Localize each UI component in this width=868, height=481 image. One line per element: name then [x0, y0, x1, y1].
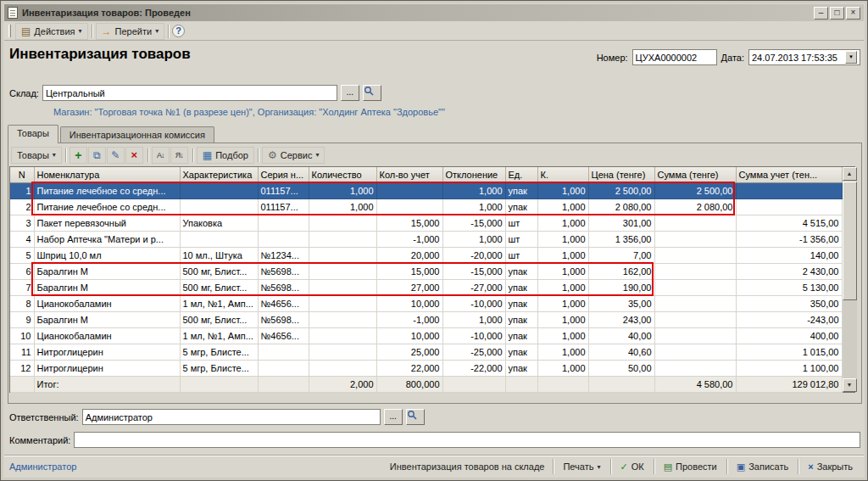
table-cell[interactable]: упак	[505, 182, 537, 199]
scrollbar-thumb[interactable]	[843, 182, 857, 300]
table-cell[interactable]: -15,000	[442, 263, 505, 279]
add-row-button[interactable]: +	[70, 147, 87, 164]
table-cell[interactable]: Питание лечебное со средн...	[34, 182, 180, 199]
table-cell[interactable]: 12	[10, 360, 34, 376]
table-cell[interactable]: №4656...	[258, 327, 309, 344]
warehouse-open-button[interactable]	[363, 85, 381, 101]
scrollbar-track[interactable]	[843, 300, 857, 378]
table-cell[interactable]	[309, 279, 376, 295]
column-header[interactable]: Характеристика	[180, 167, 258, 182]
table-cell[interactable]: 10 мл., Штука	[180, 247, 258, 263]
table-cell[interactable]: -25,000	[442, 344, 505, 360]
column-header[interactable]: Отклонение	[442, 167, 505, 182]
table-cell[interactable]: 1,000	[442, 199, 505, 215]
table-cell[interactable]: 1,000	[537, 215, 588, 231]
table-row[interactable]: 2Питание лечебное со средн...011157...1,…	[10, 199, 842, 215]
table-cell[interactable]	[180, 231, 258, 247]
table-cell[interactable]	[654, 344, 736, 360]
table-cell[interactable]: -27,000	[442, 279, 505, 295]
table-cell[interactable]	[654, 247, 736, 263]
responsible-open-button[interactable]	[406, 409, 425, 425]
table-row[interactable]: 1Питание лечебное со средн...011157...1,…	[10, 182, 842, 199]
number-field[interactable]: ЦУХА0000002	[632, 49, 717, 65]
table-cell[interactable]: шт	[505, 215, 537, 231]
edit-row-button[interactable]: ✎	[107, 147, 125, 164]
table-cell[interactable]: 1,000	[442, 182, 505, 199]
table-cell[interactable]	[309, 327, 376, 344]
comment-field[interactable]	[74, 432, 860, 448]
table-cell[interactable]	[180, 199, 258, 215]
table-cell[interactable]: №1234...	[258, 247, 309, 263]
table-cell[interactable]: шт	[505, 247, 537, 263]
table-cell[interactable]: №5698...	[258, 279, 309, 295]
table-cell[interactable]: 7	[10, 279, 34, 295]
column-header[interactable]: Ед.	[505, 167, 537, 182]
table-cell[interactable]: 1 мл, №1, Амп...	[180, 327, 258, 344]
column-header[interactable]: К.	[537, 167, 588, 182]
table-cell[interactable]: Нитроглицерин	[34, 360, 180, 376]
sort-ascending-button[interactable]: А↓	[152, 147, 170, 164]
table-cell[interactable]: Баралгин М	[34, 311, 180, 327]
date-field[interactable]: 24.07.2013 17:53:35 ▾	[748, 49, 860, 65]
column-header[interactable]: Сумма учет (тен...	[736, 167, 842, 182]
table-cell[interactable]	[309, 295, 376, 311]
goto-menu-button[interactable]: → Перейти ▾	[96, 23, 165, 40]
table-cell[interactable]	[309, 263, 376, 279]
table-cell[interactable]: Цианокобаламин	[34, 327, 180, 344]
help-button[interactable]: ?	[172, 25, 185, 37]
ok-button[interactable]: ✓ ОК	[615, 458, 650, 476]
table-cell[interactable]	[258, 344, 309, 360]
table-cell[interactable]: 25,000	[376, 344, 442, 360]
table-cell[interactable]: 243,00	[588, 311, 654, 327]
responsible-ellipsis-button[interactable]: ...	[384, 409, 403, 425]
table-cell[interactable]: 10,000	[376, 327, 442, 344]
table-cell[interactable]: 500 мг, Блист...	[180, 263, 258, 279]
table-cell[interactable]: 500 мг, Блист...	[180, 279, 258, 295]
table-cell[interactable]: 011157...	[258, 182, 309, 199]
table-cell[interactable]: 15,000	[376, 263, 442, 279]
column-header[interactable]: Цена (тенге)	[588, 167, 654, 182]
table-cell[interactable]: 190,00	[588, 279, 654, 295]
table-cell[interactable]: 2	[10, 199, 34, 215]
table-cell[interactable]: 40,00	[588, 327, 654, 344]
table-cell[interactable]: 162,00	[588, 263, 654, 279]
maximize-button[interactable]: □	[830, 7, 844, 20]
table-cell[interactable]: упак	[505, 311, 537, 327]
table-cell[interactable]: 1,000	[442, 231, 505, 247]
table-cell[interactable]: 1,000	[537, 263, 588, 279]
table-cell[interactable]: Набор Аптечка "Матери и р...	[34, 231, 180, 247]
table-cell[interactable]: -1,000	[376, 311, 442, 327]
table-cell[interactable]: упак	[505, 295, 537, 311]
table-cell[interactable]: 1,000	[537, 295, 588, 311]
table-cell[interactable]: 20,000	[376, 247, 442, 263]
table-cell[interactable]	[309, 311, 376, 327]
table-cell[interactable]: 1,000	[537, 344, 588, 360]
table-cell[interactable]: 1,000	[537, 311, 588, 327]
table-cell[interactable]: Упаковка	[180, 215, 258, 231]
table-cell[interactable]	[258, 360, 309, 376]
table-row[interactable]: 7Баралгин М500 мг, Блист...№5698...27,00…	[10, 279, 842, 295]
table-cell[interactable]: 10,000	[376, 295, 442, 311]
table-cell[interactable]	[258, 215, 309, 231]
table-cell[interactable]	[654, 231, 736, 247]
table-cell[interactable]: 1 015,00	[736, 344, 842, 360]
table-cell[interactable]: 2 430,00	[736, 263, 842, 279]
table-cell[interactable]: 1 356,00	[588, 231, 654, 247]
column-header[interactable]: Количество	[309, 167, 376, 182]
table-cell[interactable]: 1,000	[537, 327, 588, 344]
table-cell[interactable]: -1,000	[376, 231, 442, 247]
title-bar[interactable]: Инвентаризация товаров: Проведен – □ ×	[4, 4, 864, 21]
table-cell[interactable]: Нитроглицерин	[34, 344, 180, 360]
table-cell[interactable]: Пакет перевязочный	[34, 215, 180, 231]
scroll-down-icon[interactable]: ▼	[843, 378, 857, 392]
table-cell[interactable]	[654, 295, 736, 311]
warehouse-field[interactable]: Центральный	[42, 85, 337, 101]
warehouse-ellipsis-button[interactable]: ...	[341, 85, 359, 101]
close-button[interactable]: ×	[846, 7, 860, 20]
column-header[interactable]: N	[10, 167, 34, 182]
sort-descending-button[interactable]: Я↓	[170, 147, 188, 164]
table-cell[interactable]: 9	[10, 311, 34, 327]
calendar-dropdown-icon[interactable]: ▾	[845, 51, 857, 64]
actions-menu-button[interactable]: ▤ Действия ▾	[15, 23, 88, 40]
table-cell[interactable]: 4	[10, 231, 34, 247]
